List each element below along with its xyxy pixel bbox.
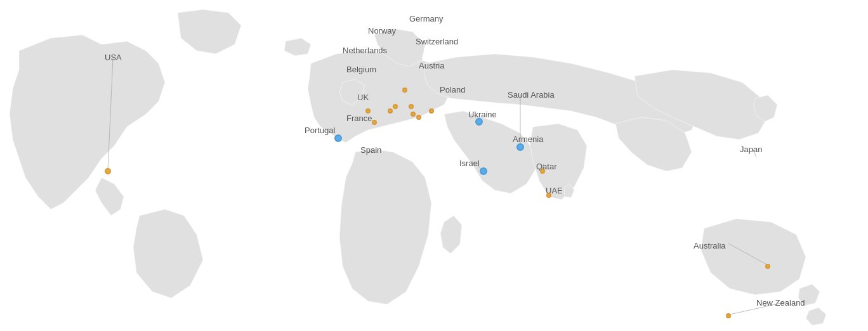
dot-austria — [416, 115, 421, 120]
dot-france — [372, 120, 377, 125]
dot-poland — [429, 108, 434, 114]
dot-usa — [105, 168, 111, 174]
dot-australia — [765, 264, 770, 269]
dot-switzerland — [411, 112, 416, 117]
dot-new-zealand — [726, 313, 731, 318]
map-container: .land { fill: #e0e0e0; stroke: #ffffff; … — [0, 0, 868, 331]
dot-netherlands — [393, 104, 398, 109]
dot-uk — [365, 108, 371, 114]
dot-norway — [402, 88, 407, 93]
dot-belgium — [388, 108, 393, 114]
dot-armenia — [516, 143, 524, 151]
dot-portugal — [334, 134, 342, 142]
dot-ukraine — [475, 118, 483, 126]
dot-israel — [480, 167, 487, 175]
dot-uae — [546, 193, 551, 198]
dot-qatar — [540, 169, 545, 174]
dot-germany — [409, 104, 414, 109]
world-map-svg: .land { fill: #e0e0e0; stroke: #ffffff; … — [0, 0, 868, 331]
